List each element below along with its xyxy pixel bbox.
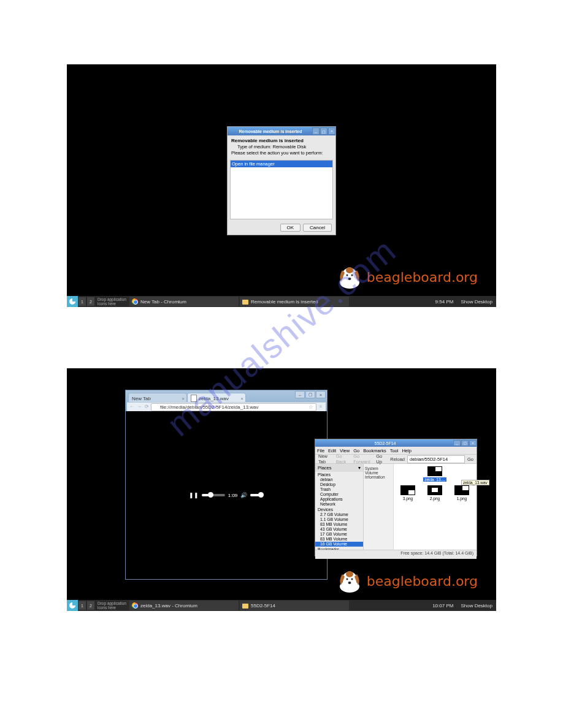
- file-zelda[interactable]: zelda_13.... zelda_13.wav: [423, 466, 446, 482]
- side-vol[interactable]: 2.7 GB Volume: [315, 512, 363, 517]
- side-vol-selected[interactable]: 16 GB Volume: [315, 542, 363, 547]
- chrome-icon: [132, 298, 138, 305]
- start-button[interactable]: [67, 600, 78, 611]
- menu-bookmarks[interactable]: Bookmarks: [363, 448, 386, 453]
- side-desktop[interactable]: Desktop: [315, 482, 363, 487]
- seek-bar[interactable]: [202, 494, 225, 496]
- fm-path-input[interactable]: debian/55D2-5F14: [407, 455, 465, 463]
- folder-icon: [242, 300, 248, 305]
- logo-text: beagleboard.org: [367, 574, 478, 589]
- fm-sidebar: Places ▾ Places debian Desktop Trash Com…: [315, 464, 364, 550]
- svg-point-5: [348, 278, 351, 280]
- maximize-icon[interactable]: ▢: [320, 127, 327, 135]
- chrome-icon: [132, 602, 138, 609]
- workspace-2[interactable]: 2: [87, 297, 94, 306]
- close-icon[interactable]: ×: [316, 391, 326, 398]
- taskbar: 1 2 Drop applicationicons here zelda_13.…: [67, 600, 496, 611]
- side-debian[interactable]: debian: [315, 477, 363, 482]
- media-time: 1:09: [228, 493, 238, 498]
- tb-newtab[interactable]: New Tab: [317, 453, 334, 464]
- file-2png[interactable]: 2.png: [423, 485, 446, 501]
- side-vol[interactable]: 1.1 GB Volume: [315, 517, 363, 522]
- minimize-icon[interactable]: _: [312, 127, 320, 135]
- volume-bar[interactable]: [250, 494, 264, 496]
- menu-go[interactable]: Go: [353, 448, 359, 453]
- start-button[interactable]: [67, 296, 78, 307]
- tab-close-icon[interactable]: ×: [240, 396, 243, 401]
- folder-icon: [242, 604, 248, 609]
- show-desktop-button[interactable]: Show Desktop: [457, 299, 496, 305]
- svg-point-2: [346, 267, 353, 273]
- bookmark-star-icon[interactable]: ☆: [308, 404, 313, 410]
- side-computer[interactable]: Computer: [315, 492, 363, 497]
- minimize-icon[interactable]: –: [295, 391, 305, 398]
- side-vol[interactable]: 17 GB Volume: [315, 532, 363, 537]
- menu-help[interactable]: Help: [402, 448, 411, 453]
- tab-close-icon[interactable]: ×: [182, 396, 185, 401]
- tb-gofwd[interactable]: Go Forward: [352, 453, 373, 464]
- side-vol[interactable]: 43 GB Volume: [315, 527, 363, 532]
- dog-icon: [336, 264, 363, 290]
- menu-file[interactable]: File: [317, 448, 324, 453]
- side-network[interactable]: Network: [315, 502, 363, 507]
- workspace-1[interactable]: 1: [79, 601, 86, 610]
- svg-point-9: [346, 578, 348, 580]
- workspace-2[interactable]: 2: [87, 601, 94, 610]
- page-icon: [154, 404, 158, 409]
- screenshot-1: Removable medium is inserted _ ▢ × Remov…: [67, 64, 496, 307]
- file-3png[interactable]: 3.png: [396, 485, 419, 501]
- side-trash[interactable]: Trash: [315, 487, 363, 492]
- reload-icon[interactable]: ⟳: [144, 404, 150, 410]
- nav-forward-icon[interactable]: →: [136, 404, 142, 410]
- fm-toolbar: New Tab Go Back Go Forward Go Up Reload …: [315, 455, 477, 464]
- taskbar-task-chromium[interactable]: New Tab - Chromium: [129, 297, 239, 306]
- show-desktop-button[interactable]: Show Desktop: [457, 603, 496, 609]
- svg-point-10: [351, 578, 353, 580]
- taskbar-task-removable[interactable]: Removable medium is inserted: [240, 297, 349, 306]
- side-applications[interactable]: Applications: [315, 497, 363, 502]
- logo-text: beagleboard.org: [367, 270, 478, 285]
- beagleboard-logo: beagleboard.org: [336, 568, 478, 594]
- taskbar-task-filemanager[interactable]: 55D2-5F14: [240, 601, 349, 610]
- workspace-1[interactable]: 1: [79, 297, 86, 306]
- tb-goback[interactable]: Go Back: [335, 453, 351, 464]
- tb-reload[interactable]: Reload: [389, 457, 406, 462]
- menu-edit[interactable]: Edit: [328, 448, 336, 453]
- pause-icon[interactable]: ❚❚: [189, 492, 199, 498]
- tb-goup[interactable]: Go Up: [375, 453, 388, 464]
- side-vol[interactable]: 83 MB Volume: [315, 522, 363, 527]
- beagleboard-logo: beagleboard.org: [336, 264, 478, 290]
- cancel-button[interactable]: Cancel: [303, 224, 332, 232]
- taskbar-task-chromium[interactable]: zelda_13.wav - Chromium: [129, 601, 239, 610]
- fm-file-view[interactable]: zelda_13.... zelda_13.wav 3.png 2.png: [394, 464, 477, 550]
- document-icon: [191, 395, 197, 402]
- volume-icon[interactable]: 🔊: [240, 492, 247, 498]
- dog-icon: [336, 568, 363, 594]
- close-icon[interactable]: ×: [469, 440, 477, 446]
- menu-tool[interactable]: Tool: [390, 448, 399, 453]
- tb-go[interactable]: Go: [466, 457, 475, 462]
- dialog-prompt: Please select the action you want to per…: [231, 150, 332, 156]
- screenshot-2: New Tab × zelda_13.wav × – ▢ × ←: [67, 368, 496, 611]
- chevron-down-icon: ▾: [358, 465, 361, 471]
- side-vol[interactable]: 83 MB Volume: [315, 537, 363, 542]
- dialog-action-list[interactable]: Open in file manager: [230, 160, 333, 219]
- menu-icon[interactable]: ≡: [318, 404, 324, 410]
- address-bar[interactable]: file:///media/debian/55D2-5F14/zelda_13.…: [151, 403, 316, 411]
- menu-view[interactable]: View: [340, 448, 350, 453]
- minimize-icon[interactable]: _: [453, 440, 461, 446]
- drop-hint: Drop applicationicons here: [95, 601, 129, 610]
- fm-statusbar: Free space: 14.4 GiB (Total: 14.4 GiB): [315, 550, 477, 559]
- taskbar-clock: 9:54 PM: [432, 299, 458, 305]
- maximize-icon[interactable]: ▢: [305, 391, 315, 398]
- ok-button[interactable]: OK: [280, 224, 301, 232]
- svg-point-8: [346, 571, 353, 577]
- dialog-action-selected[interactable]: Open in file manager: [231, 161, 332, 167]
- file-1png[interactable]: 1.png: [450, 485, 473, 501]
- svg-point-4: [351, 275, 353, 276]
- fm-side-header[interactable]: Places ▾: [315, 464, 363, 472]
- close-icon[interactable]: ×: [328, 127, 335, 135]
- maximize-icon[interactable]: ▢: [461, 440, 469, 446]
- chromium-window: New Tab × zelda_13.wav × – ▢ × ←: [125, 390, 327, 580]
- nav-back-icon[interactable]: ←: [129, 404, 135, 410]
